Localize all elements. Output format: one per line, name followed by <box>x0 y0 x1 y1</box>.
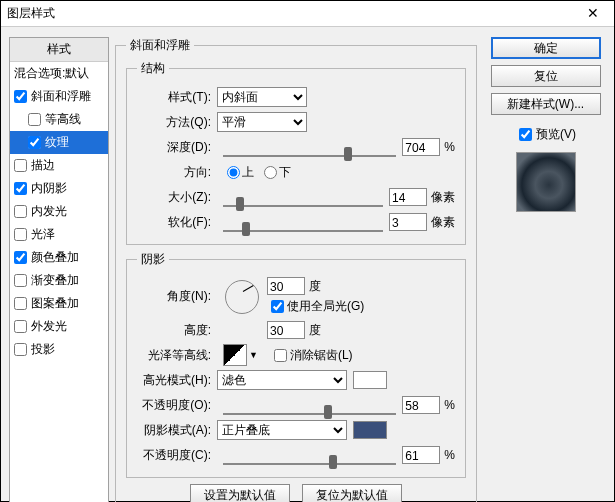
shadow-opacity-slider[interactable] <box>223 454 396 456</box>
chevron-down-icon[interactable]: ▼ <box>249 350 258 360</box>
shadow-mode-select[interactable]: 正片叠底 <box>217 420 347 440</box>
gloss-contour-picker[interactable] <box>223 344 247 366</box>
close-icon[interactable]: ✕ <box>578 4 608 24</box>
style-item-1[interactable]: 等高线 <box>10 108 108 131</box>
style-item-checkbox[interactable] <box>14 343 27 356</box>
style-item-11[interactable]: 投影 <box>10 338 108 361</box>
highlight-opacity-slider[interactable] <box>223 404 396 406</box>
gloss-contour-label: 光泽等高线: <box>137 347 217 364</box>
style-item-checkbox[interactable] <box>14 228 27 241</box>
style-item-label: 投影 <box>31 341 55 358</box>
style-item-checkbox[interactable] <box>14 205 27 218</box>
style-item-checkbox[interactable] <box>14 182 27 195</box>
style-item-checkbox[interactable] <box>14 251 27 264</box>
altitude-value[interactable]: 30 <box>267 321 305 339</box>
style-item-4[interactable]: 内阴影 <box>10 177 108 200</box>
reset-default-button[interactable]: 复位为默认值 <box>302 484 402 502</box>
style-item-label: 颜色叠加 <box>31 249 79 266</box>
style-item-label: 纹理 <box>45 134 69 151</box>
style-item-label: 斜面和浮雕 <box>31 88 91 105</box>
style-item-checkbox[interactable] <box>14 320 27 333</box>
altitude-label: 高度: <box>137 322 217 339</box>
ok-button[interactable]: 确定 <box>491 37 601 59</box>
bevel-emboss-group: 斜面和浮雕 结构 样式(T): 内斜面 方法(Q): 平滑 深度(D): 704 <box>115 37 477 502</box>
highlight-mode-label: 高光模式(H): <box>137 372 217 389</box>
depth-value[interactable]: 704 <box>402 138 440 156</box>
style-item-label: 图案叠加 <box>31 295 79 312</box>
shadow-opacity-label: 不透明度(C): <box>137 447 217 464</box>
highlight-color-swatch[interactable] <box>353 371 387 389</box>
layer-style-dialog: 图层样式 ✕ 样式 混合选项:默认 斜面和浮雕等高线纹理描边内阴影内发光光泽颜色… <box>0 0 615 502</box>
highlight-opacity-label: 不透明度(O): <box>137 397 217 414</box>
size-slider[interactable] <box>223 196 383 198</box>
style-item-6[interactable]: 光泽 <box>10 223 108 246</box>
style-item-label: 描边 <box>31 157 55 174</box>
shadow-mode-label: 阴影模式(A): <box>137 422 217 439</box>
direction-label: 方向: <box>137 164 217 181</box>
style-item-3[interactable]: 描边 <box>10 154 108 177</box>
style-item-0[interactable]: 斜面和浮雕 <box>10 85 108 108</box>
size-value[interactable]: 14 <box>389 188 427 206</box>
set-default-button[interactable]: 设置为默认值 <box>190 484 290 502</box>
style-list-header: 样式 <box>10 38 108 62</box>
new-style-button[interactable]: 新建样式(W)... <box>491 93 601 115</box>
style-item-5[interactable]: 内发光 <box>10 200 108 223</box>
depth-slider[interactable] <box>223 146 396 148</box>
preview-label: 预览(V) <box>536 126 576 143</box>
highlight-opacity-value[interactable]: 58 <box>402 396 440 414</box>
method-label: 方法(Q): <box>137 114 217 131</box>
shadow-color-swatch[interactable] <box>353 421 387 439</box>
style-item-10[interactable]: 外发光 <box>10 315 108 338</box>
style-item-label: 等高线 <box>45 111 81 128</box>
preview-swatch <box>516 152 576 212</box>
style-item-checkbox[interactable] <box>14 297 27 310</box>
angle-value[interactable]: 30 <box>267 277 305 295</box>
style-item-checkbox[interactable] <box>28 136 41 149</box>
blending-options[interactable]: 混合选项:默认 <box>10 62 108 85</box>
window-title: 图层样式 <box>7 5 578 22</box>
soften-label: 软化(F): <box>137 214 217 231</box>
reset-button[interactable]: 复位 <box>491 65 601 87</box>
angle-label: 角度(N): <box>137 288 217 305</box>
soften-value[interactable]: 3 <box>389 213 427 231</box>
style-item-checkbox[interactable] <box>14 159 27 172</box>
method-select[interactable]: 平滑 <box>217 112 307 132</box>
angle-dial[interactable] <box>225 280 259 314</box>
style-select[interactable]: 内斜面 <box>217 87 307 107</box>
style-item-label: 光泽 <box>31 226 55 243</box>
shadow-opacity-value[interactable]: 61 <box>402 446 440 464</box>
depth-label: 深度(D): <box>137 139 217 156</box>
style-label: 样式(T): <box>137 89 217 106</box>
highlight-mode-select[interactable]: 滤色 <box>217 370 347 390</box>
style-item-checkbox[interactable] <box>14 90 27 103</box>
style-item-checkbox[interactable] <box>28 113 41 126</box>
structure-title: 结构 <box>137 60 169 77</box>
antialias-checkbox[interactable] <box>274 349 287 362</box>
style-list: 样式 混合选项:默认 斜面和浮雕等高线纹理描边内阴影内发光光泽颜色叠加渐变叠加图… <box>9 37 109 502</box>
style-item-7[interactable]: 颜色叠加 <box>10 246 108 269</box>
global-light-checkbox[interactable] <box>271 300 284 313</box>
direction-up-radio[interactable] <box>227 166 240 179</box>
style-item-label: 外发光 <box>31 318 67 335</box>
group-title: 斜面和浮雕 <box>126 37 194 54</box>
style-item-label: 内发光 <box>31 203 67 220</box>
preview-checkbox[interactable] <box>519 128 532 141</box>
structure-group: 结构 样式(T): 内斜面 方法(Q): 平滑 深度(D): 704 % <box>126 60 466 245</box>
shading-group: 阴影 角度(N): 30 度 使用全局光(G) <box>126 251 466 478</box>
style-item-label: 渐变叠加 <box>31 272 79 289</box>
style-item-8[interactable]: 渐变叠加 <box>10 269 108 292</box>
soften-slider[interactable] <box>223 221 383 223</box>
direction-down-radio[interactable] <box>264 166 277 179</box>
size-label: 大小(Z): <box>137 189 217 206</box>
style-item-2[interactable]: 纹理 <box>10 131 108 154</box>
shading-title: 阴影 <box>137 251 169 268</box>
titlebar: 图层样式 ✕ <box>1 1 614 27</box>
style-item-9[interactable]: 图案叠加 <box>10 292 108 315</box>
style-item-label: 内阴影 <box>31 180 67 197</box>
style-item-checkbox[interactable] <box>14 274 27 287</box>
